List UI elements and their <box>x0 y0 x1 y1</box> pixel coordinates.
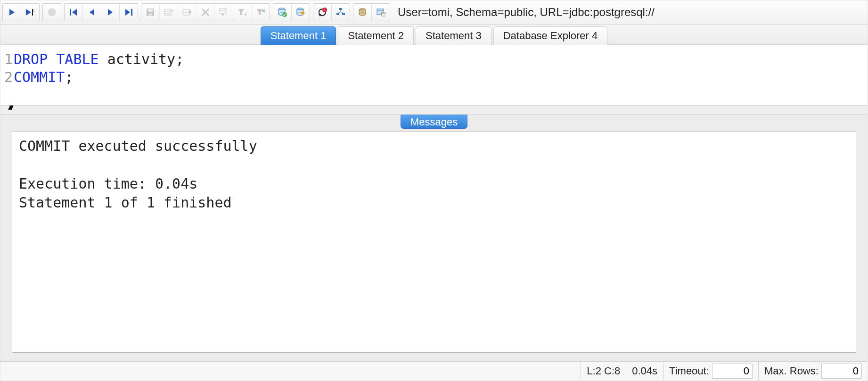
sql-editor[interactable]: 1DROP TABLE activity;2COMMIT; <box>0 45 868 105</box>
next-record-button[interactable] <box>101 4 120 21</box>
code-text[interactable]: COMMIT; <box>14 68 73 86</box>
toolbar: I ＋ <box>0 0 868 25</box>
svg-marker-27 <box>244 14 247 16</box>
svg-rect-2 <box>32 9 33 16</box>
prev-record-button[interactable] <box>83 4 101 21</box>
commit-button[interactable] <box>273 4 292 21</box>
rollback-button[interactable] <box>292 4 310 21</box>
svg-text:I: I <box>33 9 34 12</box>
last-record-button[interactable] <box>120 4 138 21</box>
svg-rect-44 <box>342 13 345 15</box>
svg-rect-13 <box>148 14 152 16</box>
status-timeout: Timeout: <box>663 362 758 381</box>
splitter-arrows-icon: ▴▾ <box>8 102 11 112</box>
svg-marker-6 <box>72 9 77 16</box>
first-record-button[interactable] <box>65 4 83 21</box>
svg-marker-4 <box>48 8 56 16</box>
db-tool2-button[interactable] <box>372 4 390 21</box>
stop-on-error-button[interactable]: ! <box>313 4 332 21</box>
tab-messages[interactable]: Messages <box>401 114 467 129</box>
code-line: 2COMMIT; <box>3 68 865 86</box>
svg-rect-43 <box>336 13 339 15</box>
status-maxrows: Max. Rows: <box>758 362 868 381</box>
svg-marker-0 <box>9 9 15 16</box>
tab-statement-2[interactable]: Statement 2 <box>338 26 414 45</box>
svg-rect-5 <box>70 9 71 16</box>
status-cursor: L:2 C:8 <box>581 362 626 381</box>
code-text[interactable]: DROP TABLE activity; <box>14 50 184 68</box>
code-line: 1DROP TABLE activity; <box>3 50 865 68</box>
status-exec-time: 0.04s <box>626 362 663 381</box>
svg-text:＋: ＋ <box>171 8 173 13</box>
svg-point-50 <box>359 13 366 16</box>
svg-marker-9 <box>125 9 130 16</box>
editor-tabs: Statement 1Statement 2Statement 3Databas… <box>0 25 868 45</box>
messages-output[interactable]: COMMIT executed successfully Execution t… <box>12 132 856 353</box>
status-bar: L:2 C:8 0.04s Timeout: Max. Rows: <box>0 361 868 381</box>
svg-line-46 <box>338 12 341 13</box>
svg-text:!: ! <box>324 8 325 12</box>
tab-statement-3[interactable]: Statement 3 <box>416 26 491 45</box>
line-number: 1 <box>3 50 14 68</box>
insert-row-button: ＋ <box>160 4 178 21</box>
timeout-label: Timeout: <box>669 365 709 377</box>
svg-rect-10 <box>131 9 132 16</box>
svg-line-47 <box>341 12 344 13</box>
save-button <box>141 4 160 21</box>
svg-rect-42 <box>339 8 342 10</box>
filter-dropdown-button <box>233 4 252 21</box>
svg-marker-25 <box>221 14 224 16</box>
svg-marker-7 <box>90 9 94 16</box>
connection-info: User=tomi, Schema=public, URL=jdbc:postg… <box>398 6 655 19</box>
svg-marker-28 <box>257 9 262 15</box>
svg-marker-20 <box>189 10 191 14</box>
svg-rect-53 <box>382 12 385 16</box>
svg-marker-8 <box>108 9 113 16</box>
timeout-input[interactable] <box>712 364 753 379</box>
svg-rect-14 <box>164 9 171 15</box>
stop-button <box>43 4 61 21</box>
tab-statement-1[interactable]: Statement 1 <box>261 26 336 45</box>
run-cursor-button[interactable]: I <box>21 4 39 21</box>
delete-row-button <box>197 4 215 21</box>
db-tool1-button[interactable] <box>353 4 372 21</box>
splitter[interactable]: ▴▾ <box>0 105 868 115</box>
svg-rect-12 <box>148 9 153 12</box>
maxrows-label: Max. Rows: <box>764 365 819 377</box>
line-number: 2 <box>3 68 14 86</box>
sql-workbench-window: I ＋ <box>0 0 868 381</box>
copy-row-button <box>178 4 197 21</box>
svg-rect-23 <box>220 8 226 13</box>
filter-select-button <box>215 4 233 21</box>
svg-marker-26 <box>238 9 244 15</box>
explain-plan-button[interactable] <box>332 4 350 21</box>
results-region: Messages COMMIT executed successfully Ex… <box>0 115 868 361</box>
svg-marker-1 <box>26 9 31 16</box>
run-button[interactable] <box>3 4 21 21</box>
maxrows-input[interactable] <box>821 364 862 379</box>
tab-database-explorer-4[interactable]: Database Explorer 4 <box>493 26 608 45</box>
filter-clear-button <box>252 4 270 21</box>
